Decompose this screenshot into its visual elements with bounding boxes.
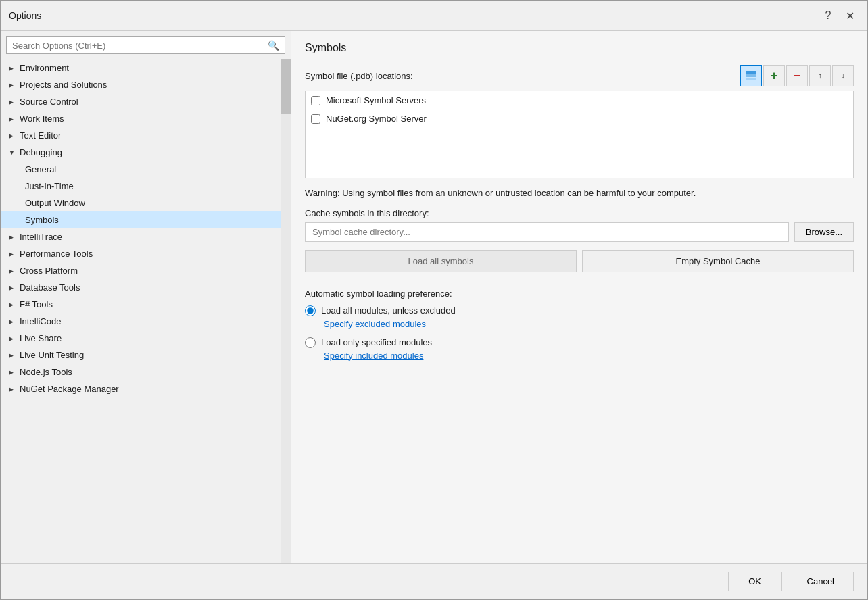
move-up-button[interactable]: ↑ (809, 65, 831, 86)
sidebar-item-label: Debugging (20, 147, 62, 157)
search-icon: 🔍 (268, 40, 279, 51)
nuget-symbol-server-label: NuGet.org Symbol Server (326, 114, 427, 124)
toggle-list-button[interactable] (740, 65, 762, 86)
sidebar-item-debugging[interactable]: ▼ Debugging (1, 144, 281, 161)
sidebar-item-label: NuGet Package Manager (20, 384, 119, 394)
section-title: Symbols (305, 42, 854, 54)
sidebar-item-label: IntelliCode (20, 316, 61, 326)
sidebar-item-live-share[interactable]: ▶ Live Share (1, 330, 281, 347)
empty-symbol-cache-button[interactable]: Empty Symbol Cache (582, 250, 854, 272)
sidebar-item-performance-tools[interactable]: ▶ Performance Tools (1, 245, 281, 262)
chevron-right-icon: ▶ (9, 369, 17, 376)
sidebar-item-cross-platform[interactable]: ▶ Cross Platform (1, 262, 281, 279)
sidebar-item-intellicode[interactable]: ▶ IntelliCode (1, 313, 281, 330)
svg-rect-1 (746, 74, 756, 77)
sidebar-item-projects-solutions[interactable]: ▶ Projects and Solutions (1, 76, 281, 93)
sidebar-item-label: Performance Tools (20, 249, 93, 259)
sidebar-item-intellitrace[interactable]: ▶ IntelliTrace (1, 228, 281, 245)
sidebar-item-symbols[interactable]: Symbols (1, 211, 281, 228)
chevron-right-icon: ▶ (9, 116, 17, 122)
sidebar-item-label: Symbols (25, 215, 59, 225)
add-button[interactable]: + (763, 65, 785, 86)
symbol-locations-header: Symbol file (.pdb) locations: + − ↑ (305, 65, 854, 86)
chevron-right-icon: ▶ (9, 234, 17, 241)
radio-option-load-all: Load all modules, unless excluded (305, 305, 854, 316)
sidebar-item-nodejs-tools[interactable]: ▶ Node.js Tools (1, 364, 281, 380)
cancel-button[interactable]: Cancel (788, 572, 854, 591)
sidebar-item-environment[interactable]: ▶ Environment (1, 59, 281, 76)
options-dialog: Options ? ✕ 🔍 ▶ Environment (0, 0, 868, 600)
sidebar-item-nuget-package-manager[interactable]: ▶ NuGet Package Manager (1, 380, 281, 397)
sidebar-item-label: General (25, 164, 56, 174)
list-view-icon (746, 70, 756, 81)
scrollbar-track[interactable] (281, 59, 291, 563)
dialog-body: 🔍 ▶ Environment ▶ Projects and Solutions (1, 31, 867, 599)
chevron-right-icon: ▶ (9, 251, 17, 257)
right-panel: Symbols Symbol file (.pdb) locations: + (291, 31, 867, 563)
sidebar-item-label: Live Unit Testing (20, 350, 84, 360)
ok-button[interactable]: OK (728, 572, 782, 591)
chevron-right-icon: ▶ (9, 386, 17, 393)
load-specified-label: Load only specified modules (321, 337, 432, 347)
tree-list: ▶ Environment ▶ Projects and Solutions ▶… (1, 59, 291, 397)
browse-button[interactable]: Browse... (794, 222, 854, 242)
move-down-button[interactable]: ↓ (832, 65, 854, 86)
load-all-label: Load all modules, unless excluded (321, 305, 456, 316)
auto-load-label: Automatic symbol loading preference: (305, 289, 854, 299)
sidebar-item-text-editor[interactable]: ▶ Text Editor (1, 127, 281, 144)
sidebar-item-work-items[interactable]: ▶ Work Items (1, 110, 281, 127)
sidebar-item-source-control[interactable]: ▶ Source Control (1, 93, 281, 110)
chevron-right-icon: ▶ (9, 99, 17, 105)
cache-row: Browse... (305, 222, 854, 242)
cache-directory-input[interactable] (305, 222, 789, 242)
load-all-radio[interactable] (305, 305, 316, 316)
scrollbar-thumb[interactable] (281, 59, 291, 114)
remove-button[interactable]: − (786, 65, 808, 86)
sidebar-item-live-unit-testing[interactable]: ▶ Live Unit Testing (1, 347, 281, 364)
sidebar-item-label: Just-In-Time (25, 181, 74, 191)
sidebar-item-label: Output Window (25, 198, 85, 208)
dialog-footer: OK Cancel (1, 563, 867, 599)
ms-symbol-servers-checkbox[interactable] (311, 96, 320, 105)
radio-option-load-specified: Load only specified modules (305, 337, 854, 348)
sidebar-item-fsharp-tools[interactable]: ▶ F# Tools (1, 296, 281, 313)
chevron-down-icon: ▼ (9, 149, 17, 156)
sidebar-item-label: Environment (20, 63, 69, 73)
chevron-right-icon: ▶ (9, 284, 17, 291)
load-all-symbols-button[interactable]: Load all symbols (305, 250, 577, 272)
search-box: 🔍 (6, 36, 285, 54)
sidebar-item-label: Text Editor (20, 130, 61, 141)
sidebar-item-label: Projects and Solutions (20, 80, 107, 90)
search-input[interactable] (12, 41, 268, 51)
sidebar-item-label: Work Items (20, 114, 64, 124)
cache-label: Cache symbols in this directory: (305, 208, 854, 218)
specify-excluded-link[interactable]: Specify excluded modules (324, 319, 854, 329)
chevron-right-icon: ▶ (9, 301, 17, 308)
svg-rect-0 (746, 71, 756, 74)
dialog-title: Options (9, 10, 41, 21)
sidebar-item-label: Source Control (20, 97, 78, 107)
chevron-right-icon: ▶ (9, 268, 17, 274)
tree-container: ▶ Environment ▶ Projects and Solutions ▶… (1, 59, 291, 563)
chevron-right-icon: ▶ (9, 335, 17, 342)
help-button[interactable]: ? (819, 6, 838, 25)
chevron-right-icon: ▶ (9, 65, 17, 72)
svg-rect-2 (746, 78, 756, 80)
chevron-right-icon: ▶ (9, 132, 17, 139)
close-button[interactable]: ✕ (840, 6, 859, 25)
load-specified-radio[interactable] (305, 337, 316, 348)
dialog-content: 🔍 ▶ Environment ▶ Projects and Solutions (1, 31, 867, 563)
title-bar-controls: ? ✕ (819, 6, 859, 25)
chevron-right-icon: ▶ (9, 318, 17, 325)
nuget-symbol-server-checkbox[interactable] (311, 114, 320, 124)
specify-included-link[interactable]: Specify included modules (324, 351, 854, 361)
sidebar-item-output-window[interactable]: Output Window (1, 195, 281, 211)
sidebar-item-general[interactable]: General (1, 161, 281, 178)
sidebar-item-just-in-time[interactable]: Just-In-Time (1, 178, 281, 195)
sidebar-item-database-tools[interactable]: ▶ Database Tools (1, 279, 281, 296)
chevron-right-icon: ▶ (9, 82, 17, 89)
chevron-right-icon: ▶ (9, 352, 17, 359)
sidebar-item-label: Node.js Tools (20, 367, 72, 377)
action-row: Load all symbols Empty Symbol Cache (305, 250, 854, 272)
sidebar-item-label: IntelliTrace (20, 232, 62, 242)
